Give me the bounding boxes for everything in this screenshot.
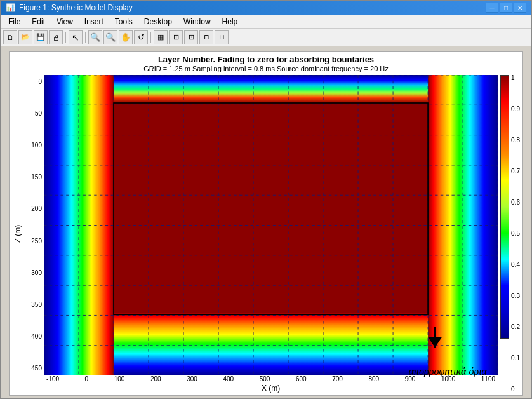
y-tick-250: 250 xyxy=(31,238,44,245)
plot-svg xyxy=(44,75,498,375)
svg-rect-33 xyxy=(501,76,509,338)
rotate-button[interactable]: ↺ xyxy=(134,30,148,44)
toolbar: 🗋 📂 💾 🖨 ↖ 🔍 🔍 ✋ ↺ ▦ ⊞ ⊡ ⊓ ⊔ xyxy=(1,29,531,46)
window-icon: 📊 xyxy=(6,3,15,12)
cbar-tick-1: 1 xyxy=(511,75,520,81)
x-tick-400: 400 xyxy=(223,375,234,382)
minimize-button[interactable]: ─ xyxy=(486,3,498,13)
plot-canvas-container xyxy=(44,75,498,375)
figure-title-sub: GRID = 1.25 m Sampling interval = 0.8 ms… xyxy=(143,65,389,72)
menu-insert[interactable]: Insert xyxy=(79,16,109,27)
y-tick-100: 100 xyxy=(31,142,44,149)
window-title: Figure 1: Synthetic Model Display xyxy=(19,3,133,12)
colorbar-ticks: 1 0.9 0.8 0.7 0.6 0.5 0.4 0.3 0.2 0.1 0 xyxy=(509,75,520,393)
x-tick-600: 600 xyxy=(296,375,307,382)
svg-rect-5 xyxy=(114,103,428,313)
x-tick-0: 0 xyxy=(85,375,89,382)
data-cursor-button[interactable]: ⊡ xyxy=(184,30,198,44)
toolbar-separator-2 xyxy=(85,32,86,43)
y-tick-400: 400 xyxy=(31,334,44,340)
y-tick-350: 350 xyxy=(31,302,44,308)
menu-view[interactable]: View xyxy=(51,16,78,27)
x-axis-area: -100 0 100 200 300 400 500 600 700 800 9… xyxy=(44,375,498,393)
cbar-tick-0.1: 0.1 xyxy=(511,355,520,362)
cbar-tick-0.4: 0.4 xyxy=(511,262,520,268)
title-bar-controls: ─ □ ✕ xyxy=(486,3,526,13)
main-window: 📊 Figure 1: Synthetic Model Display ─ □ … xyxy=(0,0,532,399)
cbar-tick-0.5: 0.5 xyxy=(511,231,520,237)
menu-window[interactable]: Window xyxy=(178,16,216,27)
plot-wrapper: Z (m) 0 50 100 150 200 250 300 xyxy=(12,75,520,393)
cbar-tick-0.6: 0.6 xyxy=(511,200,520,206)
y-axis-label: Z (m) xyxy=(13,225,22,243)
x-tick-800: 800 xyxy=(368,375,379,382)
x-tick-700: 700 xyxy=(332,375,343,382)
main-content: Layer Number. Fading to zero for absorbi… xyxy=(1,46,531,398)
cbar-tick-0.7: 0.7 xyxy=(511,168,520,175)
brush-button[interactable]: ⊓ xyxy=(199,30,213,44)
y-tick-0: 0 xyxy=(38,79,44,85)
title-bar-left: 📊 Figure 1: Synthetic Model Display xyxy=(6,3,133,12)
greek-annotation: απορροφητικά όρια xyxy=(409,366,487,377)
toolbar-separator-3 xyxy=(150,32,151,43)
y-axis-label-container: Z (m) xyxy=(12,75,23,393)
cbar-tick-0.8: 0.8 xyxy=(511,137,520,144)
figure-title-main: Layer Number. Fading to zero for absorbi… xyxy=(158,55,374,64)
x-axis-label: X (m) xyxy=(44,384,498,393)
cbar-tick-0.3: 0.3 xyxy=(511,293,520,299)
x-tick-200: 200 xyxy=(150,375,161,382)
close-button[interactable]: ✕ xyxy=(514,3,526,13)
figure-container: Layer Number. Fading to zero for absorbi… xyxy=(9,51,523,396)
menu-tools[interactable]: Tools xyxy=(110,16,138,27)
new-button[interactable]: 🗋 xyxy=(3,30,17,44)
y-ticks: 0 50 100 150 200 250 300 350 400 450 xyxy=(23,75,44,375)
plot-area-container: 0 50 100 150 200 250 300 350 400 450 xyxy=(23,75,498,393)
plot-tools-button[interactable]: ⊞ xyxy=(169,30,183,44)
y-tick-300: 300 xyxy=(31,270,44,276)
y-tick-450: 450 xyxy=(31,365,44,372)
colorbar-container: 1 0.9 0.8 0.7 0.6 0.5 0.4 0.3 0.2 0.1 0 xyxy=(500,75,520,393)
pan-button[interactable]: ✋ xyxy=(119,30,133,44)
menu-file[interactable]: File xyxy=(3,16,25,27)
save-button[interactable]: 💾 xyxy=(34,30,48,44)
y-tick-200: 200 xyxy=(31,206,44,212)
plot-with-yaxis: 0 50 100 150 200 250 300 350 400 450 xyxy=(23,75,498,375)
menu-desktop[interactable]: Desktop xyxy=(139,16,177,27)
x-tick-100: 100 xyxy=(114,375,125,382)
link-button[interactable]: ⊔ xyxy=(215,30,229,44)
x-tick--100: -100 xyxy=(46,375,59,382)
zoom-in-button[interactable]: 🔍 xyxy=(88,30,102,44)
open-button[interactable]: 📂 xyxy=(18,30,32,44)
menu-edit[interactable]: Edit xyxy=(27,16,50,27)
cbar-tick-0.2: 0.2 xyxy=(511,324,520,330)
menu-bar: File Edit View Insert Tools Desktop Wind… xyxy=(1,15,531,29)
title-bar: 📊 Figure 1: Synthetic Model Display ─ □ … xyxy=(1,1,531,15)
zoom-out-button[interactable]: 🔍 xyxy=(103,30,117,44)
maximize-button[interactable]: □ xyxy=(500,3,512,13)
x-tick-300: 300 xyxy=(187,375,197,382)
y-tick-150: 150 xyxy=(31,174,44,180)
cbar-tick-0: 0 xyxy=(511,386,520,393)
y-tick-50: 50 xyxy=(35,111,44,117)
cbar-tick-0.9: 0.9 xyxy=(511,106,520,112)
print-button[interactable]: 🖨 xyxy=(49,30,63,44)
select-button[interactable]: ▦ xyxy=(154,30,168,44)
colorbar-svg xyxy=(500,75,509,339)
x-tick-500: 500 xyxy=(260,375,270,382)
menu-help[interactable]: Help xyxy=(217,16,243,27)
cursor-button[interactable]: ↖ xyxy=(69,30,83,44)
toolbar-separator-1 xyxy=(65,32,66,43)
